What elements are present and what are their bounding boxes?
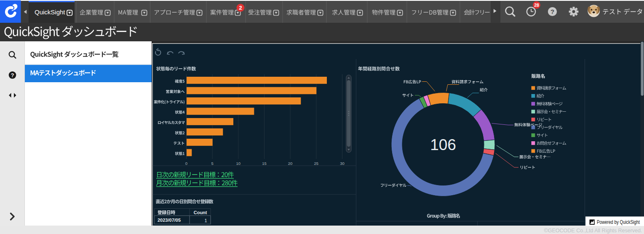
svg-text:©GEOCODE Co.,Ltd All Rights Re: ©GEOCODE Co.,Ltd All Rights Reserved. [544,228,642,234]
svg-text:28: 28 [534,3,539,8]
svg-text:Powered by QuickSight: Powered by QuickSight [597,219,640,225]
svg-text:2: 2 [239,5,242,11]
svg-text:1: 1 [204,218,207,223]
svg-text:?: ? [550,8,554,15]
svg-text:5: 5 [211,161,214,166]
svg-text:0: 0 [185,161,187,166]
svg-text:15: 15 [262,161,267,166]
svg-text:20: 20 [288,161,293,166]
svg-text:QuickSight: QuickSight [35,8,65,16]
svg-text:30: 30 [340,161,345,166]
svg-text:Count: Count [194,210,207,215]
svg-text:106: 106 [430,136,456,153]
svg-text:10: 10 [236,161,241,166]
svg-text:?: ? [11,73,14,78]
svg-text:25: 25 [314,161,319,166]
svg-text:2023/07/05: 2023/07/05 [158,218,181,223]
